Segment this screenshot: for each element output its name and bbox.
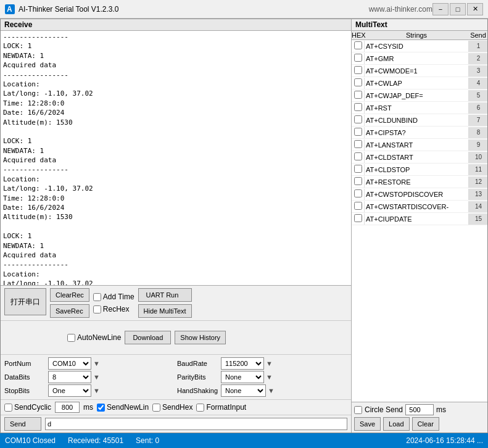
mt-send-btn-4[interactable]: 5 bbox=[469, 90, 487, 101]
mt-checkbox-9[interactable] bbox=[354, 152, 362, 160]
baudrate-select[interactable]: 115200 9600 57600 bbox=[221, 357, 264, 370]
send-input[interactable] bbox=[45, 418, 347, 430]
mt-string-input-14[interactable] bbox=[364, 214, 469, 225]
add-time-checkbox-label[interactable]: Add Time bbox=[93, 292, 134, 301]
mt-checkbox-4[interactable] bbox=[354, 91, 362, 99]
mt-send-btn-12[interactable]: 13 bbox=[469, 189, 487, 200]
strings-col-header: Strings bbox=[364, 31, 469, 39]
paritybits-row: ParityBits None Even Odd ▼ bbox=[177, 371, 347, 383]
mt-string-input-6[interactable] bbox=[364, 115, 469, 126]
mt-send-btn-10[interactable]: 11 bbox=[469, 164, 487, 175]
mt-checkbox-3[interactable] bbox=[354, 78, 362, 86]
clear-rec-button[interactable]: ClearRec bbox=[50, 288, 89, 302]
handshaking-select[interactable]: None RTS/CTS bbox=[221, 384, 266, 397]
mt-checkbox-11[interactable] bbox=[354, 177, 362, 185]
send-newlin-checkbox[interactable] bbox=[97, 404, 105, 412]
mt-string-input-8[interactable] bbox=[364, 139, 469, 151]
svg-text:A: A bbox=[7, 5, 12, 14]
send-cyclic-checkbox-label[interactable]: SendCyclic bbox=[4, 403, 51, 412]
auto-newline-checkbox-label[interactable]: AutoNewLine bbox=[67, 333, 121, 342]
download-button[interactable]: Download bbox=[125, 331, 171, 344]
auto-newline-checkbox[interactable] bbox=[67, 334, 75, 342]
mt-send-btn-14[interactable]: 15 bbox=[469, 214, 487, 225]
circle-send-ms-input[interactable] bbox=[405, 404, 434, 415]
send-hex-checkbox-label[interactable]: SendHex bbox=[152, 403, 192, 412]
mt-string-input-10[interactable] bbox=[364, 164, 469, 175]
mt-send-btn-11[interactable]: 12 bbox=[469, 176, 487, 188]
mt-checkbox-5[interactable] bbox=[354, 103, 362, 111]
paritybits-select[interactable]: None Even Odd bbox=[221, 371, 264, 383]
mt-string-input-5[interactable] bbox=[364, 102, 469, 114]
save-rec-button[interactable]: SaveRec bbox=[50, 304, 89, 318]
mt-send-btn-1[interactable]: 2 bbox=[469, 53, 487, 64]
rec-hex-checkbox-label[interactable]: RecHex bbox=[93, 305, 134, 313]
mt-checkbox-10[interactable] bbox=[354, 165, 362, 173]
multitext-row: 8 bbox=[352, 127, 487, 139]
add-time-checkbox[interactable] bbox=[93, 293, 101, 301]
send-button[interactable]: Send bbox=[4, 417, 41, 431]
mt-send-btn-13[interactable]: 14 bbox=[469, 201, 487, 212]
mt-checkbox-6[interactable] bbox=[354, 115, 362, 123]
mt-string-input-3[interactable] bbox=[364, 78, 469, 89]
mt-string-input-12[interactable] bbox=[364, 189, 469, 200]
mt-checkbox-8[interactable] bbox=[354, 140, 362, 148]
title-bar: A AI-Thinker Serial Tool V1.2.3.0 www.ai… bbox=[0, 0, 488, 19]
left-panel: Receive ---------------- LOCK: 1 NEWDATA… bbox=[1, 19, 352, 433]
portnum-row: PortNum COM10 COM1 COM2 ▼ bbox=[4, 357, 175, 370]
mt-checkbox-2[interactable] bbox=[354, 66, 362, 74]
send-newlin-checkbox-label[interactable]: SendNewLin bbox=[97, 403, 149, 412]
mt-string-input-11[interactable] bbox=[364, 176, 469, 188]
portnum-select[interactable]: COM10 COM1 COM2 bbox=[48, 357, 91, 370]
uart-run-button[interactable]: UART Run bbox=[138, 288, 192, 302]
mt-string-input-1[interactable] bbox=[364, 53, 469, 64]
mt-send-btn-8[interactable]: 9 bbox=[469, 139, 487, 151]
mt-string-input-4[interactable] bbox=[364, 90, 469, 101]
app-title: AI-Thinker Serial Tool V1.2.3.0 bbox=[19, 5, 364, 14]
mt-string-input-7[interactable] bbox=[364, 127, 469, 138]
format-input-checkbox-label[interactable]: FormatInput bbox=[196, 403, 246, 412]
multitext-row: 13 bbox=[352, 188, 487, 201]
mt-send-btn-9[interactable]: 10 bbox=[469, 152, 487, 163]
mt-string-input-2[interactable] bbox=[364, 65, 469, 77]
mt-checkbox-14[interactable] bbox=[354, 214, 362, 222]
save-multitext-button[interactable]: Save bbox=[354, 417, 381, 431]
databits-row: DataBits 8 7 ▼ bbox=[4, 371, 175, 383]
mt-checkbox-7[interactable] bbox=[354, 128, 362, 136]
send-hex-checkbox[interactable] bbox=[152, 404, 160, 412]
mt-send-btn-0[interactable]: 1 bbox=[469, 41, 487, 52]
maximize-button[interactable]: □ bbox=[450, 3, 466, 15]
handshaking-label: HandShaking bbox=[177, 387, 219, 394]
minimize-button[interactable]: − bbox=[432, 3, 449, 15]
close-button[interactable]: ✕ bbox=[467, 3, 483, 15]
mt-send-btn-5[interactable]: 6 bbox=[469, 102, 487, 114]
open-port-button[interactable]: 打开串口 bbox=[4, 288, 46, 315]
send-cyclic-input[interactable] bbox=[55, 402, 80, 413]
lower-row1: 打开串口 ClearRec SaveRec Add Time RecHex bbox=[1, 286, 351, 321]
mt-checkbox-1[interactable] bbox=[354, 54, 362, 62]
receive-area[interactable]: ---------------- LOCK: 1 NEWDATA: 1 Acqu… bbox=[1, 31, 351, 285]
circle-send-checkbox[interactable] bbox=[354, 406, 362, 414]
multitext-row: 3 bbox=[352, 65, 487, 77]
show-history-button[interactable]: Show History bbox=[175, 331, 226, 344]
mt-string-input-0[interactable] bbox=[364, 41, 469, 52]
databits-select[interactable]: 8 7 bbox=[48, 371, 91, 383]
mt-send-btn-3[interactable]: 4 bbox=[469, 78, 487, 89]
mt-send-btn-6[interactable]: 7 bbox=[469, 115, 487, 126]
send-cyclic-checkbox[interactable] bbox=[4, 404, 12, 412]
mt-checkbox-0[interactable] bbox=[354, 41, 362, 49]
mt-checkbox-13[interactable] bbox=[354, 202, 362, 210]
mt-send-btn-2[interactable]: 3 bbox=[469, 65, 487, 77]
mt-checkbox-12[interactable] bbox=[354, 189, 362, 197]
baudrate-row: BaudRate 115200 9600 57600 ▼ bbox=[177, 357, 347, 370]
mt-send-btn-7[interactable]: 8 bbox=[469, 127, 487, 138]
multitext-row: 4 bbox=[352, 77, 487, 89]
hide-multitext-button[interactable]: Hide MultiText bbox=[138, 304, 192, 318]
clear-multitext-button[interactable]: Clear bbox=[412, 417, 439, 431]
rec-hex-checkbox[interactable] bbox=[93, 305, 101, 313]
mt-string-input-9[interactable] bbox=[364, 152, 469, 163]
stopbits-select[interactable]: One Two bbox=[48, 384, 91, 397]
mt-string-input-13[interactable] bbox=[364, 201, 469, 212]
format-input-checkbox[interactable] bbox=[196, 404, 204, 412]
send-col-header: Send bbox=[469, 31, 487, 39]
load-multitext-button[interactable]: Load bbox=[383, 417, 409, 431]
